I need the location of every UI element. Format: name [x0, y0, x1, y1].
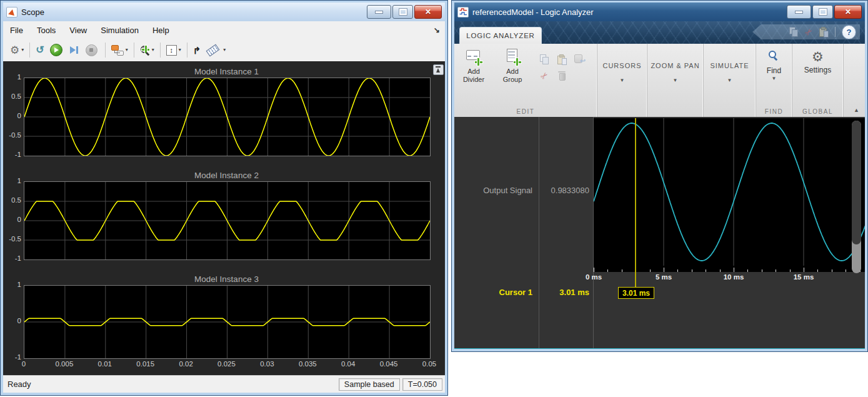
step-forward-icon: [70, 46, 78, 54]
maximize-button[interactable]: [812, 5, 833, 19]
y-tick-label: -1: [3, 151, 21, 158]
cursors-dropdown[interactable]: CURSORS: [597, 44, 647, 101]
menu-help[interactable]: Help: [146, 26, 176, 35]
close-button[interactable]: [414, 5, 442, 19]
scope-app-icon: [6, 7, 17, 18]
section-zoom-pan: ZOOM & PAN: [647, 44, 704, 117]
close-button[interactable]: [834, 5, 862, 19]
time-tick: [804, 268, 804, 272]
toolbar-separator: [105, 43, 106, 58]
run-backward-button[interactable]: [34, 44, 46, 56]
tab-logic-analyzer[interactable]: LOGIC ANALYZER: [459, 27, 542, 44]
la-window-title: referencedModel - Logic Analyzer: [472, 8, 594, 17]
cursor-tag[interactable]: 3.01 ms: [618, 287, 654, 299]
maximize-icon: [819, 9, 827, 15]
la-titlebar[interactable]: referencedModel - Logic Analyzer: [454, 3, 865, 21]
cursor-line[interactable]: [635, 118, 636, 287]
time-tick: [846, 269, 846, 272]
run-backward-icon: [36, 45, 44, 55]
zoom-in-icon: +: [140, 45, 150, 55]
signal-value: 0.9833080: [539, 186, 589, 195]
vertical-scrollbar[interactable]: [852, 121, 861, 273]
time-tick: [622, 269, 622, 272]
measurements-button[interactable]: [202, 46, 227, 55]
logic-analyzer-app-icon: [457, 7, 469, 18]
column-divider[interactable]: [539, 117, 539, 348]
time-tick: [776, 269, 776, 272]
add-divider-icon: [466, 49, 482, 66]
settings-button[interactable]: Settings: [792, 44, 843, 74]
time-axis-label: 0 ms: [576, 273, 611, 281]
autoscale-icon: [166, 45, 177, 56]
menu-simulation[interactable]: Simulation: [94, 26, 146, 35]
x-tick-label: 0.03: [251, 360, 283, 368]
desktop: Scope File Tools View Simulation Help: [0, 0, 868, 397]
time-tick: [720, 269, 721, 272]
time-axis-label: 15 ms: [786, 273, 821, 281]
y-tick-label: -0.5: [3, 131, 21, 139]
scope-window: Scope File Tools View Simulation Help: [0, 0, 448, 396]
delete-icon[interactable]: [557, 71, 567, 81]
menu-view[interactable]: View: [62, 26, 94, 35]
scrollbar-thumb[interactable]: [852, 121, 861, 244]
section-label-edit: EDIT: [454, 108, 597, 115]
plot-title-2: Model Instance 2: [24, 171, 429, 180]
time-axis-label: 10 ms: [716, 273, 751, 281]
signal-selector-button[interactable]: [109, 44, 130, 57]
trigger-button[interactable]: [191, 44, 203, 56]
signal-name[interactable]: Output Signal: [454, 186, 532, 195]
copy-icon[interactable]: [539, 54, 549, 64]
edit-small-buttons: [536, 51, 588, 84]
paste-icon[interactable]: [819, 27, 829, 37]
paste-icon[interactable]: [557, 54, 567, 64]
minimize-button[interactable]: [367, 5, 391, 19]
cut-icon[interactable]: [539, 70, 550, 81]
add-divider-button[interactable]: Add Divider: [454, 49, 493, 84]
time-tick: [817, 269, 818, 272]
configuration-button[interactable]: [8, 44, 26, 57]
run-button[interactable]: [46, 43, 66, 58]
zoom-button[interactable]: +: [138, 44, 156, 56]
stop-button[interactable]: [82, 43, 101, 58]
cut-icon[interactable]: [803, 26, 814, 38]
time-tick: [692, 269, 692, 272]
section-label-global: GLOBAL: [792, 108, 843, 115]
section-cursors: CURSORS: [597, 44, 647, 117]
chevron-down-icon: [727, 78, 732, 83]
chevron-down-icon: [772, 76, 777, 81]
plot-2-canvas: [24, 182, 430, 259]
x-tick-label: 0.025: [211, 360, 243, 368]
autoscale-button[interactable]: [164, 44, 183, 57]
collapse-toolstrip-zone: [844, 44, 865, 117]
help-button[interactable]: ?: [842, 25, 856, 39]
add-group-label: Add Group: [503, 68, 522, 84]
plot-title-3: Model Instance 3: [24, 274, 429, 284]
collapse-toolstrip-button[interactable]: [854, 108, 859, 113]
minimize-button[interactable]: [787, 5, 811, 19]
maximize-button[interactable]: [392, 5, 413, 19]
menu-tools[interactable]: Tools: [30, 26, 62, 35]
simulate-dropdown[interactable]: SIMULATE: [704, 44, 756, 101]
quick-access-toolbar: ?: [752, 24, 860, 39]
find-button[interactable]: Find: [756, 44, 792, 81]
menu-file[interactable]: File: [3, 26, 30, 35]
undo-delete-icon[interactable]: [574, 54, 585, 64]
section-label-find: FIND: [756, 108, 792, 115]
menubar-overflow-icon[interactable]: [434, 26, 440, 34]
chevron-down-icon: [620, 78, 625, 83]
add-divider-label: Add Divider: [463, 68, 484, 84]
trigger-icon: [193, 46, 201, 55]
chevron-down-icon: [223, 48, 226, 53]
x-tick-label: 0.045: [372, 360, 405, 368]
add-group-button[interactable]: Add Group: [493, 49, 532, 84]
plot-1: [24, 78, 431, 156]
x-tick-label: 0.01: [89, 360, 121, 368]
scope-titlebar[interactable]: Scope: [3, 3, 445, 21]
ruler-icon: [206, 44, 220, 56]
highlight-block-button[interactable]: [433, 64, 444, 75]
copy-icon[interactable]: [789, 27, 799, 37]
toolbar-separator: [29, 43, 30, 58]
section-global: Settings GLOBAL: [792, 44, 844, 117]
zoom-pan-dropdown[interactable]: ZOOM & PAN: [647, 44, 703, 101]
step-forward-button[interactable]: [66, 45, 82, 55]
